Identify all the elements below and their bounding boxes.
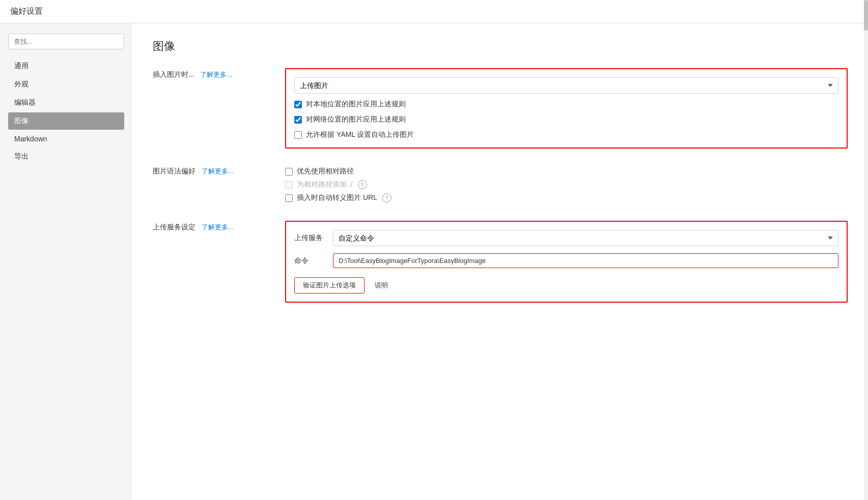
nav-list: 通用 外观 编辑器 图像 Markdown 导出: [8, 57, 124, 165]
insert-image-dropdown[interactable]: 上传图片 无特殊操作 复制到当前文件夹 复制到自定义文件夹 使用相对路径: [294, 77, 838, 94]
checkbox-add-dotslash: 为相对路径添加 ./ ?: [285, 180, 848, 189]
checkbox-escape-url: 插入时自动转义图片 URL ?: [285, 193, 848, 202]
sidebar-item-image[interactable]: 图像: [8, 112, 124, 130]
service-type-control: 自定义命令 iPic uPic Picsee PicGo PicGo-Core: [333, 230, 838, 246]
explain-link[interactable]: 说明: [375, 281, 388, 290]
checkbox-relative-path-input[interactable]: [285, 168, 293, 175]
image-syntax-control: 优先使用相对路径 为相对路径添加 ./ ? 插入时自动转义图片 URL ?: [285, 165, 848, 204]
checkbox-network-rule: 对网络位置的图片应用上述规则: [294, 115, 838, 124]
command-row: 命令: [294, 253, 838, 268]
checkbox-escape-url-label[interactable]: 插入时自动转义图片 URL: [297, 193, 377, 202]
sidebar-item-editor[interactable]: 编辑器: [8, 94, 124, 111]
sidebar: 通用 外观 编辑器 图像 Markdown 导出: [0, 23, 132, 500]
command-label: 命令: [294, 256, 325, 266]
service-type-label: 上传服务: [294, 233, 325, 243]
checkbox-add-dotslash-label[interactable]: 为相对路径添加 ./: [297, 180, 353, 189]
upload-service-label: 上传服务设定 了解更多...: [153, 221, 285, 232]
insert-image-control: 上传图片 无特殊操作 复制到当前文件夹 复制到自定义文件夹 使用相对路径 对本地…: [285, 68, 848, 149]
image-syntax-row: 图片语法偏好 了解更多... 优先使用相对路径 为相对路径添加 ./ ? 插入时…: [153, 165, 848, 204]
upload-service-inner: 上传服务 自定义命令 iPic uPic Picsee PicGo PicGo-…: [294, 230, 838, 293]
checkbox-escape-url-input[interactable]: [285, 194, 293, 202]
upload-service-row: 上传服务设定 了解更多... 上传服务 自定义命令 iPic uPic Pics…: [153, 221, 848, 303]
checkbox-network-rule-input[interactable]: [294, 116, 302, 124]
insert-image-label: 插入图片时... 了解更多...: [153, 68, 285, 79]
scrollbar-thumb: [864, 0, 868, 31]
image-syntax-learn-more[interactable]: 了解更多...: [202, 167, 234, 175]
service-type-row: 上传服务 自定义命令 iPic uPic Picsee PicGo PicGo-…: [294, 230, 838, 246]
sidebar-item-export[interactable]: 导出: [8, 148, 124, 165]
help-icon-escape[interactable]: ?: [382, 193, 391, 202]
checkbox-yaml-rule-label[interactable]: 允许根据 YAML 设置自动上传图片: [306, 130, 414, 139]
sidebar-item-general[interactable]: 通用: [8, 57, 124, 75]
page-title: 偏好设置: [10, 7, 43, 15]
command-control: [333, 253, 838, 268]
checkbox-network-rule-label[interactable]: 对网络位置的图片应用上述规则: [306, 115, 406, 124]
search-input[interactable]: [8, 34, 124, 49]
insert-image-row: 插入图片时... 了解更多... 上传图片 无特殊操作 复制到当前文件夹 复制到…: [153, 68, 848, 149]
help-icon-dotslash[interactable]: ?: [358, 180, 367, 189]
insert-image-learn-more[interactable]: 了解更多...: [200, 71, 232, 78]
verify-button[interactable]: 验证图片上传选项: [294, 277, 365, 293]
sidebar-item-markdown[interactable]: Markdown: [8, 131, 124, 147]
checkbox-local-rule: 对本地位置的图片应用上述规则: [294, 100, 838, 109]
sidebar-item-appearance[interactable]: 外观: [8, 76, 124, 93]
service-actions: 验证图片上传选项 说明: [294, 277, 838, 293]
checkbox-local-rule-label[interactable]: 对本地位置的图片应用上述规则: [306, 100, 406, 109]
main-content: 图像 插入图片时... 了解更多... 上传图片 无特殊操作 复制到当前文件夹 …: [132, 23, 868, 500]
upload-service-control: 上传服务 自定义命令 iPic uPic Picsee PicGo PicGo-…: [285, 221, 848, 303]
checkbox-local-rule-input[interactable]: [294, 101, 302, 108]
scrollbar[interactable]: [864, 0, 868, 500]
command-input[interactable]: [333, 253, 838, 268]
upload-service-learn-more[interactable]: 了解更多...: [202, 223, 234, 231]
checkbox-add-dotslash-input[interactable]: [285, 181, 293, 189]
checkbox-yaml-rule-input[interactable]: [294, 131, 302, 139]
image-syntax-label: 图片语法偏好 了解更多...: [153, 165, 285, 176]
service-type-dropdown[interactable]: 自定义命令 iPic uPic Picsee PicGo PicGo-Core: [333, 230, 838, 246]
checkbox-relative-path: 优先使用相对路径: [285, 167, 848, 176]
checkbox-relative-path-label[interactable]: 优先使用相对路径: [297, 167, 354, 176]
checkbox-yaml-rule: 允许根据 YAML 设置自动上传图片: [294, 130, 838, 139]
section-title: 图像: [153, 39, 848, 54]
